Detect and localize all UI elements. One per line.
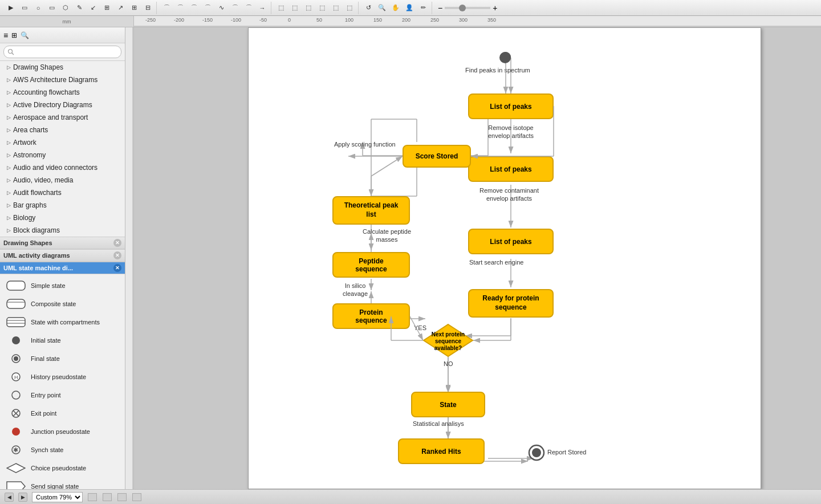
initial-state-icon bbox=[6, 334, 26, 347]
connect-4[interactable]: ⬚ bbox=[316, 2, 328, 14]
state-box[interactable]: State bbox=[411, 392, 485, 417]
view-mode-1[interactable] bbox=[88, 493, 97, 501]
group-tool[interactable]: ⊞ bbox=[128, 2, 140, 14]
remove-contaminant-label: Remove contaminantenvelop artifacts bbox=[467, 186, 551, 203]
curve-tool-4[interactable]: ⌒ bbox=[201, 2, 214, 14]
zoom-slider[interactable] bbox=[445, 7, 490, 9]
ellipse-tool[interactable]: ○ bbox=[32, 2, 44, 14]
library-item-label: Audit flowcharts bbox=[13, 189, 62, 197]
rect-tool[interactable]: ▭ bbox=[18, 2, 31, 14]
hex-tool[interactable]: ⬡ bbox=[59, 2, 72, 14]
list-peaks-3[interactable]: List of peaks bbox=[468, 229, 554, 254]
history-pseudostate-icon: H bbox=[6, 370, 26, 384]
shape-item-junction-pseudostate[interactable]: Junction pseudostate bbox=[3, 424, 121, 440]
library-item-label: Aerospace and transport bbox=[13, 113, 88, 121]
connect-3[interactable]: ⬚ bbox=[302, 2, 315, 14]
ready-for-protein[interactable]: Ready for proteinsequence bbox=[468, 289, 554, 318]
score-stored[interactable]: Score Stored bbox=[403, 145, 471, 168]
nav-prev-button[interactable]: ◀ bbox=[5, 493, 14, 502]
zoom-tool[interactable]: 🔍 bbox=[376, 2, 388, 14]
shape-item-entry-point[interactable]: Entry point bbox=[3, 387, 121, 403]
shape-tool[interactable]: ▭ bbox=[46, 2, 58, 14]
view-mode-4[interactable] bbox=[132, 493, 141, 501]
end-circle[interactable] bbox=[528, 444, 545, 463]
pan-tool[interactable]: ✋ bbox=[389, 2, 402, 14]
section-uml-activity[interactable]: UML activity diagrams ✕ bbox=[0, 249, 125, 262]
ungroup-tool[interactable]: ⊟ bbox=[141, 2, 154, 14]
ranked-hits[interactable]: Ranked Hits bbox=[398, 438, 485, 464]
library-drawing-shapes[interactable]: ▷ Drawing Shapes bbox=[0, 61, 125, 74]
section-close-button[interactable]: ✕ bbox=[113, 251, 121, 259]
view-mode-2[interactable] bbox=[103, 493, 112, 501]
shape-item-history-pseudostate[interactable]: H History pseudostate bbox=[3, 369, 121, 385]
refresh-tool[interactable]: ↺ bbox=[362, 2, 375, 14]
pen-tool[interactable]: ✏ bbox=[417, 2, 429, 14]
panel-grid-icon[interactable]: ⊞ bbox=[11, 31, 17, 39]
library-audio-video-media[interactable]: ▷ Audio, video, media bbox=[0, 174, 125, 186]
library-block-diagrams[interactable]: ▷ Block diagrams bbox=[0, 224, 125, 237]
chevron-right-icon: ▷ bbox=[7, 202, 11, 208]
list-peaks-2[interactable]: List of peaks bbox=[468, 156, 554, 182]
connect-2[interactable]: ⬚ bbox=[288, 2, 301, 14]
shape-item-choice-pseudostate[interactable]: Choice pseudostate bbox=[3, 460, 121, 476]
report-stored-label: Report Stored bbox=[547, 449, 586, 456]
shape-item-send-signal[interactable]: Send signal state bbox=[3, 478, 121, 489]
exit-point-icon bbox=[6, 407, 26, 420]
section-drawing-shapes[interactable]: Drawing Shapes ✕ bbox=[0, 237, 125, 249]
library-aerospace[interactable]: ▷ Aerospace and transport bbox=[0, 111, 125, 124]
panel-search-icon[interactable]: 🔍 bbox=[21, 31, 29, 39]
zoom-minus-icon[interactable]: − bbox=[438, 3, 442, 13]
user-tool[interactable]: 👤 bbox=[403, 2, 416, 14]
library-audio-video-connectors[interactable]: ▷ Audio and video connectors bbox=[0, 161, 125, 174]
connect-1[interactable]: ⬚ bbox=[275, 2, 287, 14]
protein-sequence[interactable]: Proteinsequence bbox=[332, 303, 410, 329]
shape-item-simple-state[interactable]: Simple state bbox=[3, 278, 121, 294]
shape-item-final-state[interactable]: Final state bbox=[3, 351, 121, 367]
curve-tool-3[interactable]: ⌒ bbox=[188, 2, 200, 14]
start-dot bbox=[499, 52, 511, 63]
library-active-directory[interactable]: ▷ Active Directory Diagrams bbox=[0, 99, 125, 111]
library-artwork[interactable]: ▷ Artwork bbox=[0, 136, 125, 149]
library-accounting[interactable]: ▷ Accounting flowcharts bbox=[0, 86, 125, 99]
next-protein-diamond[interactable]: Next protein sequence available? bbox=[422, 323, 474, 357]
table-tool[interactable]: ⊞ bbox=[100, 2, 113, 14]
arrow-tool[interactable]: → bbox=[256, 2, 269, 14]
shape-item-state-compartments[interactable]: State with compartments bbox=[3, 314, 121, 330]
connector-tool-2[interactable]: ⌒ bbox=[242, 2, 255, 14]
shape-item-composite-state[interactable]: Composite state bbox=[3, 296, 121, 312]
panel-menu-icon[interactable]: ≡ bbox=[3, 31, 8, 40]
library-bar-graphs[interactable]: ▷ Bar graphs bbox=[0, 199, 125, 212]
canvas[interactable]: Find peaks in spectrum List of peaks Rem… bbox=[134, 27, 821, 489]
shape-item-exit-point[interactable]: Exit point bbox=[3, 405, 121, 421]
shape-item-synch-state[interactable]: ✱ Synch state bbox=[3, 442, 121, 458]
theoretical-peak-list[interactable]: Theoretical peaklist bbox=[332, 196, 410, 225]
list-peaks-1[interactable]: List of peaks bbox=[468, 94, 554, 119]
library-aws[interactable]: ▷ AWS Architecture Diagrams bbox=[0, 74, 125, 86]
library-audit[interactable]: ▷ Audit flowcharts bbox=[0, 186, 125, 199]
zoom-plus-icon[interactable]: + bbox=[493, 3, 497, 13]
connect-5[interactable]: ⬚ bbox=[330, 2, 342, 14]
peptide-sequence[interactable]: Peptidesequence bbox=[332, 252, 410, 278]
shape-item-initial-state[interactable]: Initial state bbox=[3, 332, 121, 348]
section-close-button[interactable]: ✕ bbox=[113, 264, 121, 272]
nav-next-button[interactable]: ▶ bbox=[18, 493, 27, 502]
wave-tool[interactable]: ∿ bbox=[215, 2, 227, 14]
section-close-button[interactable]: ✕ bbox=[113, 239, 121, 247]
search-input[interactable] bbox=[3, 46, 121, 58]
line-tool[interactable]: ↙ bbox=[87, 2, 99, 14]
link-tool[interactable]: ↗ bbox=[114, 2, 127, 14]
library-biology[interactable]: ▷ Biology bbox=[0, 212, 125, 224]
connector-tool[interactable]: ⌒ bbox=[229, 2, 241, 14]
select-tool[interactable]: ▶ bbox=[5, 2, 17, 14]
section-uml-state-machine[interactable]: UML state machine di... ✕ bbox=[0, 262, 125, 274]
view-mode-3[interactable] bbox=[117, 493, 127, 501]
send-signal-icon bbox=[6, 479, 26, 489]
curve-tool-2[interactable]: ⌒ bbox=[174, 2, 186, 14]
curve-tool-1[interactable]: ⌒ bbox=[160, 2, 173, 14]
text-tool[interactable]: ✎ bbox=[73, 2, 86, 14]
library-astronomy[interactable]: ▷ Astronomy bbox=[0, 149, 125, 161]
zoom-select[interactable]: Custom 79% 50% 75% 100% 150% bbox=[32, 492, 83, 502]
connect-6[interactable]: ⬚ bbox=[343, 2, 356, 14]
library-area-charts[interactable]: ▷ Area charts bbox=[0, 124, 125, 136]
chevron-right-icon: ▷ bbox=[7, 64, 11, 70]
